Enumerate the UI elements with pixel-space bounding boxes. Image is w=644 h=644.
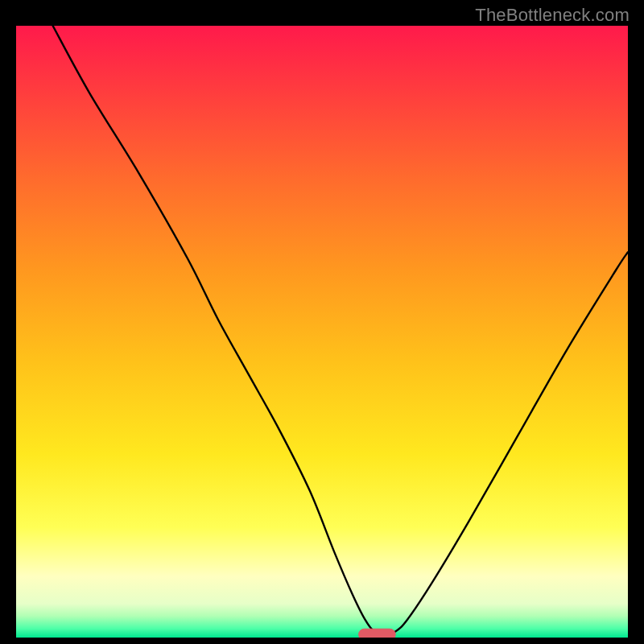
chart-frame <box>16 26 628 638</box>
chart-background <box>16 26 628 638</box>
optimal-marker <box>359 629 396 638</box>
chart-svg <box>16 26 628 638</box>
watermark-text: TheBottleneck.com <box>475 5 630 26</box>
